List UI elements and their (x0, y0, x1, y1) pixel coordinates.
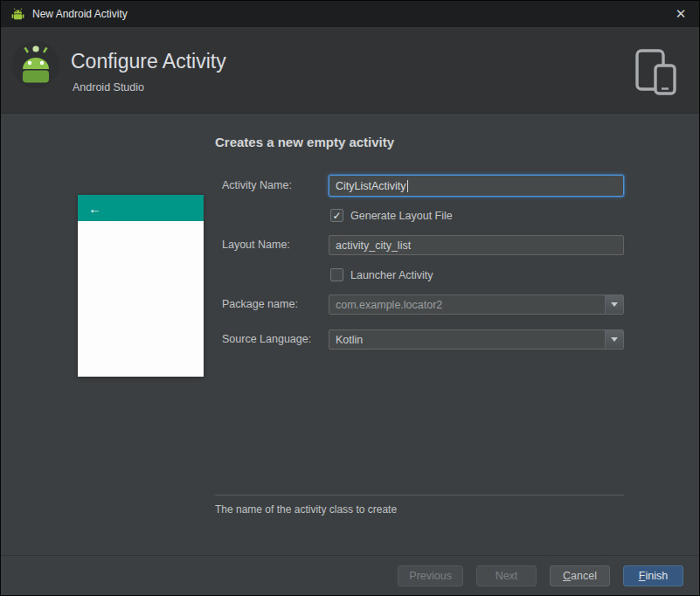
layout-name-value: activity_city_list (336, 239, 411, 252)
launcher-activity-checkbox[interactable] (330, 268, 343, 281)
chevron-down-icon[interactable] (605, 330, 623, 349)
hint-text: The name of the activity class to create (215, 503, 397, 516)
back-arrow-icon: ← (88, 201, 101, 216)
finish-rest: inish (645, 570, 668, 582)
wizard-header: Configure Activity Android Studio (1, 27, 699, 114)
activity-name-value: CityListActivity (336, 180, 406, 192)
text-caret (407, 180, 408, 192)
android-studio-logo-icon (11, 40, 60, 89)
title-bar: New Android Activity ✕ (1, 1, 699, 27)
package-name-value: com.example.locator2 (336, 299, 442, 311)
generate-layout-label[interactable]: Generate Layout File (350, 210, 453, 222)
form-heading: Creates a new empty activity (215, 135, 394, 149)
preview-appbar: ← (78, 195, 204, 221)
phone-tablet-icon (634, 48, 680, 95)
android-icon (10, 8, 25, 21)
cancel-button[interactable]: Cancel (550, 565, 610, 586)
wizard-content: Creates a new empty activity ← Activity … (1, 114, 699, 595)
cancel-rest: ancel (571, 570, 597, 582)
source-language-combobox[interactable]: Kotlin (329, 329, 624, 350)
chevron-down-icon[interactable] (605, 295, 623, 314)
source-language-label: Source Language: (222, 333, 311, 345)
source-language-value: Kotlin (336, 334, 363, 346)
preview-body (78, 221, 204, 377)
finish-mnemonic: F (639, 570, 646, 582)
hint-divider (215, 495, 624, 496)
activity-name-input[interactable]: CityListActivity (329, 175, 624, 197)
package-name-combobox[interactable]: com.example.locator2 (329, 295, 624, 315)
generate-layout-checkbox[interactable]: ✓ (330, 209, 343, 222)
page-subtitle: Android Studio (73, 81, 144, 94)
finish-button[interactable]: Finish (623, 565, 683, 586)
launcher-activity-label[interactable]: Launcher Activity (350, 269, 433, 281)
previous-button[interactable]: Previous (398, 565, 463, 586)
check-icon: ✓ (332, 211, 341, 221)
activity-preview: ← (78, 195, 204, 377)
cancel-mnemonic: C (563, 570, 571, 582)
close-icon[interactable]: ✕ (672, 6, 690, 22)
layout-name-label: Layout Name: (222, 239, 290, 251)
activity-name-label: Activity Name: (222, 179, 292, 191)
package-name-label: Package name: (222, 298, 298, 310)
new-android-activity-dialog: New Android Activity ✕ Configure Activit… (0, 0, 700, 596)
window-title: New Android Activity (32, 8, 128, 20)
button-bar: Previous Next Cancel Finish (1, 555, 699, 595)
page-title: Configure Activity (71, 50, 226, 73)
next-button[interactable]: Next (476, 565, 537, 586)
layout-name-input[interactable]: activity_city_list (329, 235, 624, 255)
